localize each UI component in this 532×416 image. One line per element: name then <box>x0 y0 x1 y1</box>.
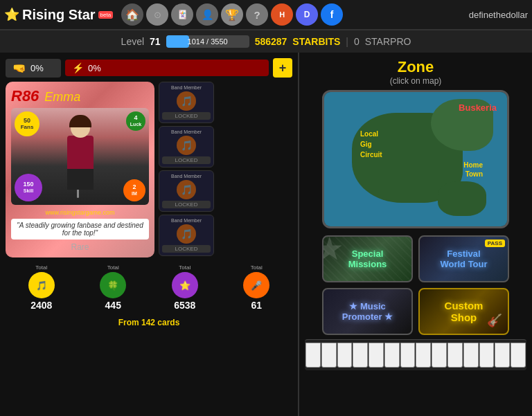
band-locked-2: LOCKED <box>162 156 211 164</box>
character-figure <box>56 115 105 198</box>
band-slot-1[interactable]: Band Member 🎵 LOCKED <box>159 82 214 123</box>
special-deco: ★ <box>322 235 342 265</box>
help-nav-icon[interactable]: ? <box>246 3 268 26</box>
skill-value: 150 <box>23 181 33 188</box>
brand-name: Rising Star <box>22 7 96 23</box>
skill-label: Skill <box>24 188 33 194</box>
card-url: www.risingstargame.com <box>11 209 149 216</box>
band-icon-3: 🎵 <box>177 180 196 199</box>
card-name: Emma <box>44 90 80 105</box>
piano-key-white[interactable] <box>369 343 384 368</box>
band-icon-2: 🎵 <box>177 136 196 155</box>
ego-icon: 🤜 <box>12 62 26 75</box>
card-id: R86 <box>11 87 39 105</box>
piano-key-white[interactable] <box>321 343 337 368</box>
home-nav-icon[interactable]: 🏠 <box>121 3 143 26</box>
special-missions-button[interactable]: ★ SpecialMissions <box>322 235 413 282</box>
total-fans-label: Total <box>35 264 47 271</box>
band-label-3: Band Member <box>171 174 202 179</box>
level-label: Level <box>121 36 144 47</box>
map-label-buskeria: Buskeria <box>459 102 497 113</box>
music-promoter-button[interactable]: ★ MusicPromoter ★ <box>322 288 413 335</box>
music-lessons-area[interactable] <box>305 339 526 370</box>
piano-key-white[interactable] <box>384 343 400 368</box>
total-im-label: Total <box>251 264 263 271</box>
band-label-4: Band Member <box>171 218 202 223</box>
band-locked-3: LOCKED <box>162 201 211 208</box>
band-slot-2[interactable]: Band Member 🎵 LOCKED <box>159 126 214 168</box>
skill-circle: ⭐ <box>172 272 198 298</box>
map-label-home: Home <box>463 161 483 169</box>
piano-key-white[interactable] <box>400 343 416 368</box>
hive-nav-icon[interactable]: H <box>271 3 293 26</box>
total-skill-value: 6538 <box>174 300 195 311</box>
cards-nav-icon[interactable]: 🃏 <box>171 3 193 26</box>
status-bars: 🤜 0% ⚡ 0% + <box>6 58 292 78</box>
discord-nav-icon[interactable]: D <box>296 3 318 26</box>
piano-key-white[interactable] <box>463 343 479 368</box>
total-fans-value: 2408 <box>30 300 52 311</box>
total-im: Total 🎤 61 <box>243 264 269 311</box>
zone-title: Zone <box>398 58 434 76</box>
piano-key-white[interactable] <box>479 343 495 368</box>
card-rarity: Rare <box>11 242 149 252</box>
level-number: 71 <box>150 36 161 47</box>
im-circle: 🎤 <box>243 272 269 298</box>
map-land-bottom <box>438 181 486 216</box>
xp-text: 1014 / 3550 <box>188 37 228 46</box>
piano-key-white[interactable] <box>353 343 368 368</box>
piano-key-white[interactable] <box>447 343 463 368</box>
piano-key-white[interactable] <box>305 343 321 368</box>
piano-key-white[interactable] <box>416 343 431 368</box>
im-label: IM <box>132 191 137 197</box>
guitar-icon: 🎸 <box>487 313 502 328</box>
starpro-label: STARPRO <box>365 36 411 47</box>
coin-nav-icon[interactable]: ⊙ <box>146 3 168 26</box>
zone-map[interactable]: Buskeria Local Gig Circuit Home Town <box>322 90 509 228</box>
level-bar: Level 71 1014 / 3550 586287 STARBITS | 0… <box>0 30 532 53</box>
starbits-value: 586287 <box>255 36 287 47</box>
fans-circle: 🎵 <box>28 272 55 298</box>
piano-key-white[interactable] <box>511 343 526 368</box>
person-nav-icon[interactable]: 👤 <box>196 3 218 26</box>
character-card[interactable]: R86 Emma 50 Fans 4 Luck <box>6 82 154 257</box>
separator: | <box>346 36 348 47</box>
luck-label: Luck <box>130 122 141 127</box>
map-background: Buskeria Local Gig Circuit Home Town <box>324 92 507 226</box>
main-content: 🤜 0% ⚡ 0% + R86 Emma 50 <box>0 53 532 416</box>
xp-bar-fill <box>166 35 190 48</box>
piano-key-white[interactable] <box>432 343 447 368</box>
band-panel: Band Member 🎵 LOCKED Band Member 🎵 LOCKE… <box>159 82 214 257</box>
piano-key-white[interactable] <box>495 343 510 368</box>
special-missions-label: SpecialMissions <box>348 248 387 269</box>
card-area: R86 Emma 50 Fans 4 Luck <box>6 82 292 257</box>
custom-shop-label: CustomShop <box>445 300 484 323</box>
starpro-value: 0 <box>354 36 360 47</box>
total-fans: Total 🎵 2408 <box>28 264 55 311</box>
brand[interactable]: ⭐ Rising Star beta <box>4 7 113 23</box>
map-label-local: Local <box>360 130 378 138</box>
trophy-nav-icon[interactable]: 🏆 <box>221 3 243 26</box>
beta-badge: beta <box>98 11 114 19</box>
total-skill-label: Total <box>179 264 190 271</box>
fans-label: Fans <box>21 125 34 131</box>
band-label-2: Band Member <box>171 129 202 134</box>
card-image: 50 Fans 4 Luck <box>11 108 149 205</box>
im-badge: 2 IM <box>123 179 145 201</box>
band-slot-3[interactable]: Band Member 🎵 LOCKED <box>159 170 214 212</box>
music-promoter-label: ★ MusicPromoter ★ <box>342 301 393 322</box>
facebook-nav-icon[interactable]: f <box>321 3 343 26</box>
plus-button[interactable]: + <box>273 58 292 78</box>
band-slot-4[interactable]: Band Member 🎵 LOCKED <box>159 215 214 256</box>
piano-key-white[interactable] <box>337 343 353 368</box>
custom-shop-button[interactable]: CustomShop 🎸 <box>418 288 509 335</box>
starbits-label: STARBITS <box>292 36 340 47</box>
im-value: 2 <box>132 184 136 191</box>
band-icon-1: 🎵 <box>177 91 196 111</box>
card-header: R86 Emma <box>11 87 149 105</box>
luck-value: 4 <box>134 115 137 122</box>
festival-world-tour-button[interactable]: PASS FestivalWorld Tour <box>418 235 509 282</box>
map-label-town: Town <box>466 170 483 178</box>
luck-badge: 4 Luck <box>126 111 145 131</box>
total-luck: Total 🍀 445 <box>100 264 126 311</box>
